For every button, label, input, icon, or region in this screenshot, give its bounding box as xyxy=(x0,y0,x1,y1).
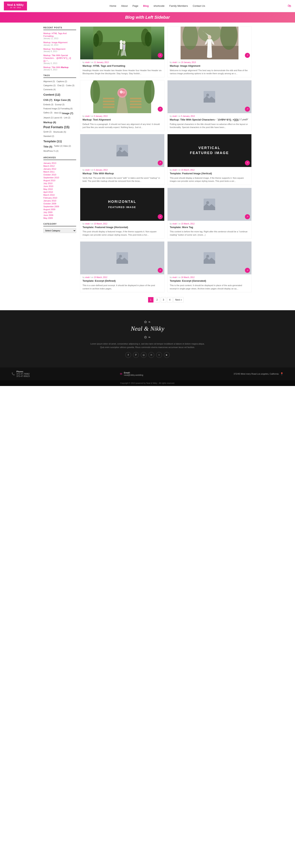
tag-captions[interactable]: Captions (2) xyxy=(57,80,67,83)
social-facebook[interactable]: f xyxy=(125,352,131,358)
share-button-2[interactable]: ↗ xyxy=(245,53,250,58)
page-2-btn[interactable]: 2 xyxy=(154,297,160,303)
nav-shortcode[interactable]: shortcode xyxy=(153,4,165,7)
tag-postformats[interactable]: Post Formats (15) xyxy=(43,125,76,129)
nav-home[interactable]: Home xyxy=(110,4,116,7)
tag-comments[interactable]: Comments (4) xyxy=(43,88,56,91)
tag-codex[interactable]: Codex (3) xyxy=(66,84,75,87)
post-excerpt-2: Welcome to image alignment! The best way… xyxy=(170,69,249,75)
recent-post-item[interactable]: Markup: HTML Tags And Formatting January… xyxy=(43,32,76,40)
social-linkedin[interactable]: in xyxy=(148,352,154,358)
archive-item[interactable]: September 2010 xyxy=(43,177,76,179)
archive-item[interactable]: January 2012 xyxy=(43,168,76,170)
tag-gallery[interactable]: Gallery (3) xyxy=(43,111,53,116)
tag-formatting[interactable]: Formatting (6) xyxy=(61,107,73,111)
share-button-7[interactable]: ↗ xyxy=(158,214,163,219)
tag-video[interactable]: Video (2) xyxy=(63,145,71,149)
archive-item[interactable]: July 2010 xyxy=(43,182,76,185)
tag-markup[interactable]: Markup (6) xyxy=(43,120,56,125)
share-button-1[interactable]: ↗ xyxy=(158,53,163,58)
tag-edgecase[interactable]: Edge Case (8) xyxy=(54,98,70,102)
tag-categories[interactable]: Categories (2) xyxy=(43,84,56,87)
social-twitter[interactable]: t xyxy=(156,352,162,358)
cart-icon[interactable]: 🛍 xyxy=(288,4,291,8)
recent-post-item[interactable]: Markup: Text Alignment January 9, 2013 xyxy=(43,48,76,53)
archive-item[interactable]: March 2011 xyxy=(43,170,76,173)
recent-post-item[interactable]: Markup: Image Alignment January 10, 2013 xyxy=(43,41,76,46)
recent-post-item[interactable]: Markup: Title With Markup January 5, 201… xyxy=(43,66,76,71)
post-title-1[interactable]: Markup: HTML Tags and Formatting xyxy=(83,64,162,68)
page-1-btn[interactable]: 1 xyxy=(148,297,153,303)
category-select[interactable]: Select Category xyxy=(43,228,76,233)
post-title-5[interactable]: Markup: Title With Markup xyxy=(83,172,162,175)
share-button-9[interactable]: ↗ xyxy=(158,268,163,273)
archive-item[interactable]: May 2009 xyxy=(43,217,76,219)
tag-jetpack[interactable]: Jetpack (2) xyxy=(43,116,53,120)
social-youtube[interactable]: ▶ xyxy=(164,352,170,358)
archive-item[interactable]: July 2009 xyxy=(43,211,76,213)
share-button-6[interactable]: ↗ xyxy=(245,160,250,165)
nav-contact[interactable]: Contact Us xyxy=(193,4,205,7)
tag-alignment[interactable]: Alignment (3) xyxy=(43,80,55,83)
tag-excerpt[interactable]: Excerpt (3) xyxy=(55,103,64,106)
nav-blog[interactable]: Blog xyxy=(143,4,149,7)
post-title-6[interactable]: Template: Featured Image (Vertical) xyxy=(170,172,249,175)
recent-post-link[interactable]: Markup: Title With Markup xyxy=(43,66,76,69)
tag-embeds[interactable]: Embeds (3) xyxy=(43,103,53,106)
share-button-5[interactable]: ↗ xyxy=(158,160,163,165)
archive-item[interactable]: June 2010 xyxy=(43,185,76,187)
tag-shortcode[interactable]: Shortcode (5) xyxy=(53,130,66,134)
archive-item[interactable]: October 2010 xyxy=(43,174,76,176)
tag-title[interactable]: Title (5) xyxy=(43,145,52,149)
nav-about[interactable]: About xyxy=(121,4,128,7)
tag-wptv[interactable]: WordPress.Tv (2) xyxy=(43,149,58,153)
share-button-8[interactable]: ↗ xyxy=(245,214,250,219)
archive-item[interactable]: January 2013 xyxy=(43,162,76,164)
tag-chat[interactable]: Chat (2) xyxy=(57,84,64,87)
post-title-10[interactable]: Template: Excerpt (Generated) xyxy=(170,279,249,283)
archive-item[interactable]: May 2010 xyxy=(43,188,76,190)
recent-post-link[interactable]: Markup: Title With Special Characters - … xyxy=(43,54,76,62)
post-title-4[interactable]: Markup: Title With Special Characters - … xyxy=(170,118,249,121)
tag-featured[interactable]: Featured Image (3) xyxy=(43,107,60,111)
recent-post-link[interactable]: Markup: Text Alignment xyxy=(43,48,76,50)
tag-layout[interactable]: Layout (4) xyxy=(53,116,62,120)
tag-image[interactable]: Image (7) xyxy=(62,111,73,116)
archive-item[interactable]: January 2010 xyxy=(43,199,76,202)
post-title-3[interactable]: Markup: Text Alignment xyxy=(83,118,162,121)
tag-html[interactable]: Html (5) xyxy=(54,111,61,116)
tag-twitter[interactable]: Twitter (2) xyxy=(54,145,62,149)
social-instagram[interactable]: ◎ xyxy=(141,352,147,358)
page-next-btn[interactable]: Next » xyxy=(174,297,184,303)
archive-item[interactable]: June 2009 xyxy=(43,214,76,216)
archive-item[interactable]: March 2010 xyxy=(43,194,76,196)
share-button-4[interactable]: ↗ xyxy=(245,106,250,112)
tag-css[interactable]: CSS (7) xyxy=(43,98,52,102)
archive-item[interactable]: August 2010 xyxy=(43,179,76,182)
social-pinterest[interactable]: P xyxy=(133,352,139,358)
recent-post-link[interactable]: Markup: HTML Tags And Formatting xyxy=(43,32,76,38)
archive-item[interactable]: September 2009 xyxy=(43,205,76,208)
post-title-2[interactable]: Markup: Image Alignment xyxy=(170,64,249,68)
archive-item[interactable]: April 2010 xyxy=(43,191,76,193)
tag-standard[interactable]: Standard (2) xyxy=(43,134,54,138)
recent-post-link[interactable]: Markup: Image Alignment xyxy=(43,41,76,44)
post-title-9[interactable]: Template: Excerpt (Defined) xyxy=(83,279,162,283)
post-title-7[interactable]: Template: Featured Image (Horizontal) xyxy=(83,226,162,229)
archive-item[interactable]: August 2009 xyxy=(43,208,76,211)
nav-family[interactable]: Family Members xyxy=(169,4,188,7)
page-4-btn[interactable]: 4 xyxy=(167,297,173,303)
logo[interactable]: Neal & Nikky 14 - 02 - 2013 xyxy=(4,2,27,10)
tag-link[interactable]: Link (2) xyxy=(64,116,70,120)
recent-post-item[interactable]: Markup: Title With Special Characters - … xyxy=(43,54,76,64)
tag-content[interactable]: Content (12) xyxy=(43,92,76,97)
tag-quote[interactable]: Quote (2) xyxy=(43,130,52,134)
page-3-btn[interactable]: 3 xyxy=(161,297,166,303)
tag-template[interactable]: Template (11) xyxy=(43,138,76,144)
archive-item[interactable]: October 2009 xyxy=(43,203,76,205)
archive-item[interactable]: February 2010 xyxy=(43,197,76,199)
nav-page[interactable]: Page xyxy=(132,4,138,7)
post-title-8[interactable]: Template: More Tag xyxy=(170,226,249,229)
share-button-3[interactable]: ↗ xyxy=(158,106,163,112)
archive-item[interactable]: March 2012 xyxy=(43,165,76,167)
